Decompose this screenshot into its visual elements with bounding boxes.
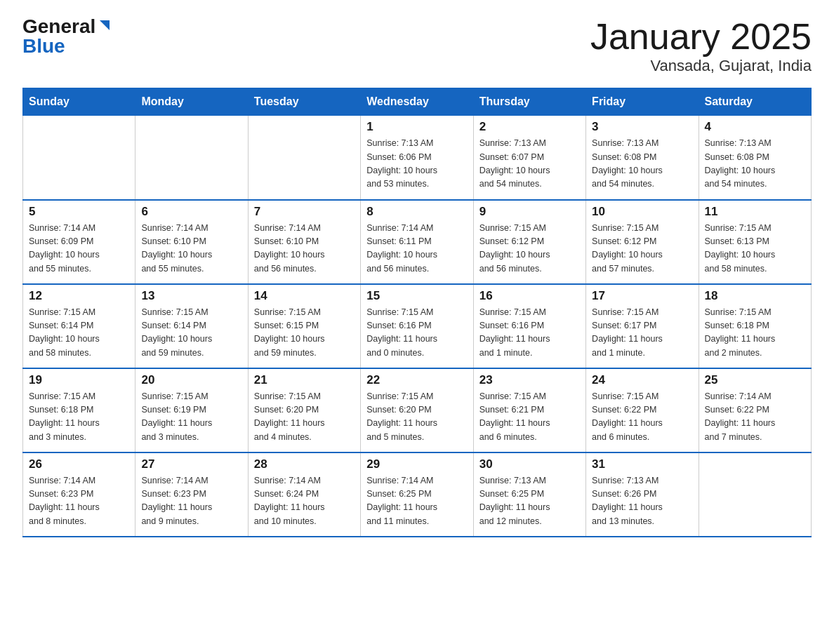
calendar-cell: 6Sunrise: 7:14 AM Sunset: 6:10 PM Daylig… [135, 200, 248, 284]
calendar-cell: 22Sunrise: 7:15 AM Sunset: 6:20 PM Dayli… [361, 368, 473, 452]
calendar-cell: 29Sunrise: 7:14 AM Sunset: 6:25 PM Dayli… [361, 452, 473, 537]
calendar-cell: 13Sunrise: 7:15 AM Sunset: 6:14 PM Dayli… [135, 284, 248, 368]
day-info: Sunrise: 7:14 AM Sunset: 6:25 PM Dayligh… [366, 474, 467, 529]
day-number: 18 [705, 289, 805, 303]
calendar-cell: 7Sunrise: 7:14 AM Sunset: 6:10 PM Daylig… [248, 200, 360, 284]
calendar-cell: 31Sunrise: 7:13 AM Sunset: 6:26 PM Dayli… [586, 452, 699, 537]
day-number: 8 [366, 205, 467, 219]
day-info: Sunrise: 7:15 AM Sunset: 6:17 PM Dayligh… [592, 306, 692, 361]
logo-blue: Blue [22, 36, 65, 56]
day-info: Sunrise: 7:15 AM Sunset: 6:20 PM Dayligh… [366, 390, 467, 445]
day-number: 17 [592, 289, 692, 303]
calendar-cell [23, 116, 135, 200]
day-number: 23 [479, 373, 580, 387]
day-number: 19 [29, 373, 129, 387]
logo-triangle-icon [97, 18, 112, 33]
week-row-4: 19Sunrise: 7:15 AM Sunset: 6:18 PM Dayli… [23, 368, 812, 452]
calendar-cell: 26Sunrise: 7:14 AM Sunset: 6:23 PM Dayli… [23, 452, 135, 537]
day-info: Sunrise: 7:15 AM Sunset: 6:20 PM Dayligh… [254, 390, 355, 445]
calendar-cell: 12Sunrise: 7:15 AM Sunset: 6:14 PM Dayli… [23, 284, 135, 368]
calendar-body: 1Sunrise: 7:13 AM Sunset: 6:06 PM Daylig… [23, 116, 812, 537]
day-number: 4 [705, 120, 805, 134]
day-number: 10 [592, 205, 692, 219]
day-info: Sunrise: 7:15 AM Sunset: 6:12 PM Dayligh… [592, 222, 692, 276]
day-number: 24 [592, 373, 692, 387]
day-info: Sunrise: 7:13 AM Sunset: 6:25 PM Dayligh… [479, 474, 580, 529]
week-row-5: 26Sunrise: 7:14 AM Sunset: 6:23 PM Dayli… [23, 452, 812, 537]
day-info: Sunrise: 7:14 AM Sunset: 6:22 PM Dayligh… [705, 390, 805, 445]
calendar-cell: 15Sunrise: 7:15 AM Sunset: 6:16 PM Dayli… [361, 284, 473, 368]
day-number: 1 [366, 120, 467, 134]
calendar-cell [135, 116, 248, 200]
day-info: Sunrise: 7:13 AM Sunset: 6:07 PM Dayligh… [479, 137, 580, 192]
day-info: Sunrise: 7:15 AM Sunset: 6:15 PM Dayligh… [254, 306, 355, 361]
calendar-cell: 30Sunrise: 7:13 AM Sunset: 6:25 PM Dayli… [473, 452, 585, 537]
day-info: Sunrise: 7:13 AM Sunset: 6:26 PM Dayligh… [592, 474, 692, 529]
calendar-cell: 10Sunrise: 7:15 AM Sunset: 6:12 PM Dayli… [586, 200, 699, 284]
svg-marker-0 [100, 20, 110, 30]
day-info: Sunrise: 7:15 AM Sunset: 6:12 PM Dayligh… [479, 222, 580, 276]
week-row-3: 12Sunrise: 7:15 AM Sunset: 6:14 PM Dayli… [23, 284, 812, 368]
day-number: 31 [592, 457, 692, 471]
day-number: 5 [29, 205, 129, 219]
week-row-2: 5Sunrise: 7:14 AM Sunset: 6:09 PM Daylig… [23, 200, 812, 284]
day-number: 2 [479, 120, 580, 134]
day-number: 3 [592, 120, 692, 134]
calendar-header: Sunday Monday Tuesday Wednesday Thursday… [23, 88, 812, 116]
week-row-1: 1Sunrise: 7:13 AM Sunset: 6:06 PM Daylig… [23, 116, 812, 200]
day-info: Sunrise: 7:15 AM Sunset: 6:19 PM Dayligh… [141, 390, 241, 445]
page-header: General Blue January 2025 Vansada, Gujar… [22, 17, 812, 75]
day-info: Sunrise: 7:13 AM Sunset: 6:08 PM Dayligh… [705, 137, 805, 192]
day-info: Sunrise: 7:15 AM Sunset: 6:14 PM Dayligh… [141, 306, 241, 361]
day-number: 15 [366, 289, 467, 303]
calendar-cell: 8Sunrise: 7:14 AM Sunset: 6:11 PM Daylig… [361, 200, 473, 284]
day-number: 13 [141, 289, 241, 303]
day-number: 29 [366, 457, 467, 471]
day-info: Sunrise: 7:15 AM Sunset: 6:16 PM Dayligh… [366, 306, 467, 361]
calendar-cell: 25Sunrise: 7:14 AM Sunset: 6:22 PM Dayli… [699, 368, 811, 452]
day-info: Sunrise: 7:15 AM Sunset: 6:18 PM Dayligh… [29, 390, 129, 445]
calendar-cell: 16Sunrise: 7:15 AM Sunset: 6:16 PM Dayli… [473, 284, 585, 368]
calendar-cell: 23Sunrise: 7:15 AM Sunset: 6:21 PM Dayli… [473, 368, 585, 452]
calendar-cell: 11Sunrise: 7:15 AM Sunset: 6:13 PM Dayli… [699, 200, 811, 284]
calendar-cell: 3Sunrise: 7:13 AM Sunset: 6:08 PM Daylig… [586, 116, 699, 200]
calendar-cell [699, 452, 811, 537]
calendar-cell: 4Sunrise: 7:13 AM Sunset: 6:08 PM Daylig… [699, 116, 811, 200]
day-number: 30 [479, 457, 580, 471]
calendar-cell: 17Sunrise: 7:15 AM Sunset: 6:17 PM Dayli… [586, 284, 699, 368]
col-thursday: Thursday [473, 88, 585, 116]
header-row: Sunday Monday Tuesday Wednesday Thursday… [23, 88, 812, 116]
day-number: 14 [254, 289, 355, 303]
day-number: 27 [141, 457, 241, 471]
calendar-cell: 9Sunrise: 7:15 AM Sunset: 6:12 PM Daylig… [473, 200, 585, 284]
calendar-cell: 5Sunrise: 7:14 AM Sunset: 6:09 PM Daylig… [23, 200, 135, 284]
page-title: January 2025 [590, 17, 812, 57]
day-info: Sunrise: 7:15 AM Sunset: 6:18 PM Dayligh… [705, 306, 805, 361]
calendar-table: Sunday Monday Tuesday Wednesday Thursday… [22, 88, 812, 537]
col-saturday: Saturday [699, 88, 811, 116]
day-number: 28 [254, 457, 355, 471]
day-info: Sunrise: 7:14 AM Sunset: 6:24 PM Dayligh… [254, 474, 355, 529]
calendar-cell: 18Sunrise: 7:15 AM Sunset: 6:18 PM Dayli… [699, 284, 811, 368]
day-info: Sunrise: 7:15 AM Sunset: 6:22 PM Dayligh… [592, 390, 692, 445]
calendar-cell: 24Sunrise: 7:15 AM Sunset: 6:22 PM Dayli… [586, 368, 699, 452]
calendar-cell: 20Sunrise: 7:15 AM Sunset: 6:19 PM Dayli… [135, 368, 248, 452]
day-info: Sunrise: 7:15 AM Sunset: 6:13 PM Dayligh… [705, 222, 805, 276]
day-number: 6 [141, 205, 241, 219]
calendar-cell: 19Sunrise: 7:15 AM Sunset: 6:18 PM Dayli… [23, 368, 135, 452]
title-block: January 2025 Vansada, Gujarat, India [590, 17, 812, 75]
day-info: Sunrise: 7:14 AM Sunset: 6:11 PM Dayligh… [366, 222, 467, 276]
col-wednesday: Wednesday [361, 88, 473, 116]
calendar-cell: 21Sunrise: 7:15 AM Sunset: 6:20 PM Dayli… [248, 368, 360, 452]
day-info: Sunrise: 7:13 AM Sunset: 6:08 PM Dayligh… [592, 137, 692, 192]
day-number: 21 [254, 373, 355, 387]
calendar-cell: 1Sunrise: 7:13 AM Sunset: 6:06 PM Daylig… [361, 116, 473, 200]
col-friday: Friday [586, 88, 699, 116]
day-info: Sunrise: 7:15 AM Sunset: 6:21 PM Dayligh… [479, 390, 580, 445]
calendar-cell: 14Sunrise: 7:15 AM Sunset: 6:15 PM Dayli… [248, 284, 360, 368]
day-number: 9 [479, 205, 580, 219]
col-monday: Monday [135, 88, 248, 116]
calendar-cell [248, 116, 360, 200]
day-number: 26 [29, 457, 129, 471]
day-number: 25 [705, 373, 805, 387]
